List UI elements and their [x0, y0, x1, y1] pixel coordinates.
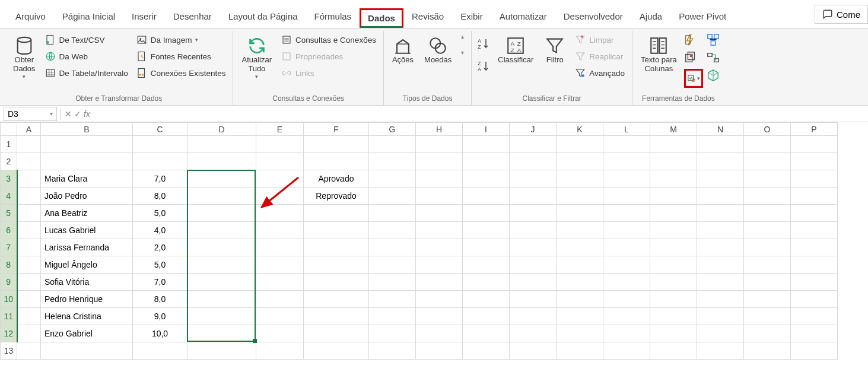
obter-dados-button[interactable]: Obter Dados ▾	[9, 33, 39, 82]
cell-I7[interactable]	[463, 239, 510, 256]
cell-P11[interactable]	[791, 308, 838, 325]
cell-K2[interactable]	[557, 153, 603, 170]
cell-J1[interactable]	[510, 136, 557, 153]
cell-G6[interactable]	[369, 222, 416, 239]
cell-E10[interactable]	[256, 291, 304, 308]
cell-O10[interactable]	[744, 291, 791, 308]
cell-K3[interactable]	[557, 170, 603, 188]
cell-F4[interactable]: Reprovado	[304, 188, 369, 205]
cell-P8[interactable]	[791, 256, 838, 274]
cell-G13[interactable]	[369, 342, 416, 360]
cell-C11[interactable]: 9,0	[133, 308, 187, 325]
cell-J8[interactable]	[510, 256, 557, 274]
cell-D5[interactable]	[187, 205, 256, 222]
cell-F5[interactable]	[304, 205, 369, 222]
cell-J12[interactable]	[510, 325, 557, 342]
data-model-icon[interactable]	[707, 69, 720, 82]
cell-O5[interactable]	[744, 205, 791, 222]
recent-sources-button[interactable]: Fontes Recentes	[134, 50, 228, 63]
remove-duplicates-icon[interactable]	[684, 51, 697, 64]
cell-F6[interactable]	[304, 222, 369, 239]
cell-I4[interactable]	[463, 188, 510, 205]
cell-I3[interactable]	[463, 170, 510, 188]
cell-A12[interactable]	[17, 325, 41, 342]
cell-N8[interactable]	[697, 256, 744, 274]
cell-A10[interactable]	[17, 291, 41, 308]
col-header-G[interactable]: G	[369, 123, 416, 136]
tab-inserir[interactable]: Inserir	[123, 7, 165, 28]
chevron-down-icon[interactable]: ▾	[50, 110, 53, 117]
cell-D11[interactable]	[187, 308, 256, 325]
name-box[interactable]: D3 ▾	[4, 107, 57, 121]
cell-A7[interactable]	[17, 239, 41, 256]
cell-N12[interactable]	[697, 325, 744, 342]
from-text-csv-button[interactable]: De Text/CSV	[43, 33, 131, 46]
accept-formula-icon[interactable]: ✓	[74, 109, 81, 119]
cell-J4[interactable]	[510, 188, 557, 205]
cell-E11[interactable]	[256, 308, 304, 325]
row-header-8[interactable]: 8	[1, 256, 17, 274]
fx-icon[interactable]: fx	[84, 109, 90, 119]
cell-N7[interactable]	[697, 239, 744, 256]
data-validation-icon[interactable]: ▾	[687, 72, 700, 85]
cell-A13[interactable]	[17, 342, 41, 360]
cell-G9[interactable]	[369, 274, 416, 291]
cell-J6[interactable]	[510, 222, 557, 239]
cell-I1[interactable]	[463, 136, 510, 153]
cell-N13[interactable]	[697, 342, 744, 360]
cell-J3[interactable]	[510, 170, 557, 188]
cell-L5[interactable]	[603, 205, 650, 222]
cell-L12[interactable]	[603, 325, 650, 342]
col-header-K[interactable]: K	[557, 123, 603, 136]
cell-F2[interactable]: Status	[304, 153, 369, 170]
stocks-button[interactable]: Ações	[389, 33, 417, 67]
cell-N2[interactable]	[697, 153, 744, 170]
cell-M1[interactable]	[650, 136, 697, 153]
cell-P3[interactable]	[791, 170, 838, 188]
tab-pagina-inicial[interactable]: Página Inicial	[54, 7, 123, 28]
cell-C2[interactable]: Nota	[133, 153, 187, 170]
cell-C4[interactable]: 8,0	[133, 188, 187, 205]
cell-I12[interactable]	[463, 325, 510, 342]
cell-M3[interactable]	[650, 170, 697, 188]
cell-G10[interactable]	[369, 291, 416, 308]
cell-H3[interactable]	[416, 170, 463, 188]
row-header-4[interactable]: 4	[1, 188, 17, 205]
cell-K4[interactable]	[557, 188, 603, 205]
cell-K12[interactable]	[557, 325, 603, 342]
cell-G7[interactable]	[369, 239, 416, 256]
cell-F3[interactable]: Aprovado	[304, 170, 369, 188]
cell-A3[interactable]	[17, 170, 41, 188]
cell-F9[interactable]	[304, 274, 369, 291]
cell-A8[interactable]	[17, 256, 41, 274]
from-image-button[interactable]: Da Imagem▾	[134, 33, 228, 46]
select-all-corner[interactable]	[1, 123, 17, 136]
cell-C8[interactable]: 5,0	[133, 256, 187, 274]
row-header-5[interactable]: 5	[1, 205, 17, 222]
filter-button[interactable]: Filtro	[540, 33, 569, 67]
cell-H4[interactable]	[416, 188, 463, 205]
cell-P1[interactable]	[791, 136, 838, 153]
cell-O11[interactable]	[744, 308, 791, 325]
cell-J5[interactable]	[510, 205, 557, 222]
row-header-11[interactable]: 11	[1, 308, 17, 325]
cell-C9[interactable]: 7,0	[133, 274, 187, 291]
cell-N5[interactable]	[697, 205, 744, 222]
row-header-3[interactable]: 3	[1, 170, 17, 188]
cell-O1[interactable]	[744, 136, 791, 153]
cell-G5[interactable]	[369, 205, 416, 222]
cell-C10[interactable]: 8,0	[133, 291, 187, 308]
cell-P9[interactable]	[791, 274, 838, 291]
cell-O2[interactable]	[744, 153, 791, 170]
cell-I13[interactable]	[463, 342, 510, 360]
cell-H12[interactable]	[416, 325, 463, 342]
cell-K10[interactable]	[557, 291, 603, 308]
cell-B5[interactable]: Ana Beatriz	[41, 205, 133, 222]
cell-F1[interactable]	[304, 136, 369, 153]
cell-L10[interactable]	[603, 291, 650, 308]
col-header-C[interactable]: C	[133, 123, 187, 136]
cell-E2[interactable]	[256, 153, 304, 170]
cell-B9[interactable]: Sofia Vitória	[41, 274, 133, 291]
cell-M10[interactable]	[650, 291, 697, 308]
relationships-icon[interactable]	[707, 51, 720, 64]
